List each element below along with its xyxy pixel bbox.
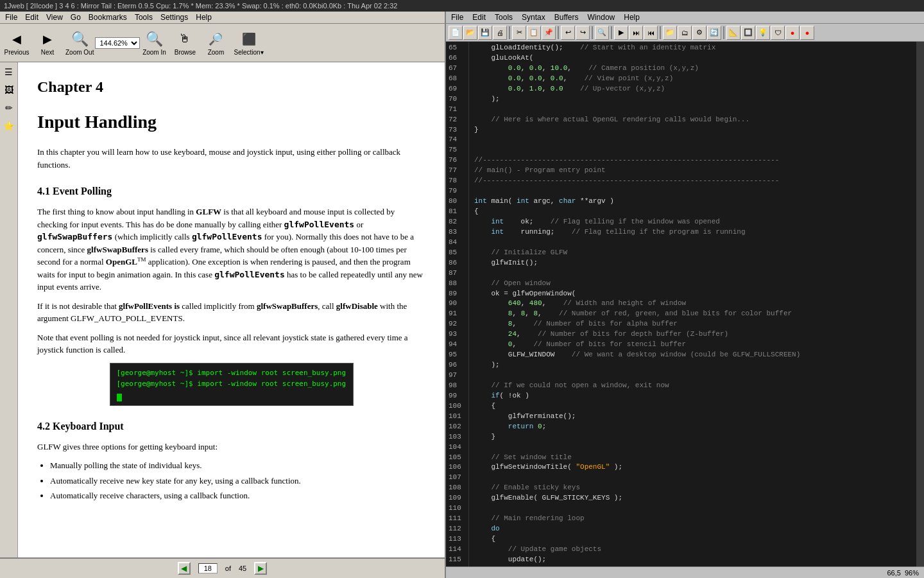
editor-menu-help[interactable]: Help bbox=[624, 13, 640, 22]
section-42-heading: 4.2 Keyboard Input bbox=[37, 419, 425, 434]
etb-redo[interactable]: ↪ bbox=[576, 26, 590, 40]
page-of-label: of bbox=[225, 565, 231, 572]
section-title: Input Handling bbox=[37, 109, 425, 136]
etb-shield[interactable]: 🛡 bbox=[771, 26, 785, 40]
menu-edit[interactable]: Edit bbox=[25, 13, 38, 22]
zoom-in-icon: 🔍 bbox=[145, 30, 163, 48]
zoom-select[interactable]: 144.62% 100% 75% bbox=[95, 37, 140, 49]
sidebar-edit-icon[interactable]: ✏ bbox=[2, 101, 16, 115]
etb-reload[interactable]: 🔄 bbox=[707, 26, 721, 40]
editor-bottom-bar: 66,5 96% bbox=[446, 566, 924, 578]
editor-menu-tools[interactable]: Tools bbox=[495, 13, 513, 22]
etb-next[interactable]: ⏭ bbox=[629, 26, 643, 40]
etb-ruler[interactable]: 📐 bbox=[726, 26, 740, 40]
sidebar-nav-icon[interactable]: ☰ bbox=[2, 65, 16, 79]
browser-sidebar: ☰ 🖼 ✏ ⭐ bbox=[0, 62, 18, 557]
etb-open[interactable]: 📂 bbox=[463, 26, 477, 40]
intro-paragraph: In this chapter you will learn how to us… bbox=[37, 146, 425, 171]
etb-sep3 bbox=[592, 26, 593, 39]
menu-view[interactable]: View bbox=[46, 13, 63, 22]
page-number-input[interactable] bbox=[198, 563, 218, 574]
sidebar-star-icon[interactable]: ⭐ bbox=[2, 119, 16, 133]
browser-toolbar: ◀ Previous ▶ Next 🔍 Zoom Out 144.62% 100… bbox=[0, 24, 445, 62]
editor-menu-buffers[interactable]: Buffers bbox=[554, 13, 579, 22]
keyboard-options-list: Manually polling the state of individual… bbox=[50, 459, 425, 502]
zoom-out-icon: 🔍 bbox=[71, 30, 89, 48]
browser-menubar: File Edit View Go Bookmarks Tools Settin… bbox=[0, 12, 445, 24]
terminal-line-1: [george@myhost ~]$ import -window root s… bbox=[117, 367, 346, 379]
etb-prev[interactable]: ⏮ bbox=[644, 26, 658, 40]
line-numbers: 65 66 67 68 69 70 71 72 73 74 75 76 77 7… bbox=[446, 42, 469, 566]
zoom-in-button[interactable]: 🔍 Zoom In bbox=[141, 30, 167, 56]
bullet-item-1: Manually polling the state of individual… bbox=[50, 459, 425, 472]
menu-bookmarks[interactable]: Bookmarks bbox=[89, 13, 127, 22]
zoom-level: 96% bbox=[905, 569, 919, 577]
zoom-out-button[interactable]: 🔍 Zoom Out bbox=[65, 30, 94, 56]
etb-save[interactable]: 💾 bbox=[478, 26, 492, 40]
etb-sep1 bbox=[509, 26, 510, 39]
zoom-control: 🔍 Zoom Out 144.62% 100% 75% 🔍 Zoom In bbox=[65, 30, 167, 56]
doc-content: Chapter 4 Input Handling In this chapter… bbox=[18, 62, 445, 557]
para-41b: If it is not desirable that glfwPollEven… bbox=[37, 300, 425, 325]
etb-print[interactable]: 🖨 bbox=[493, 26, 507, 40]
para-41a: The first thing to know about input hand… bbox=[37, 206, 425, 293]
code-area: 65 66 67 68 69 70 71 72 73 74 75 76 77 7… bbox=[446, 42, 924, 566]
zoom-button[interactable]: 🔎 Zoom bbox=[203, 30, 228, 56]
etb-dot1[interactable]: ● bbox=[785, 26, 800, 40]
browser-body: ☰ 🖼 ✏ ⭐ Chapter 4 Input Handling In this… bbox=[0, 62, 445, 557]
etb-sep6 bbox=[723, 26, 724, 39]
terminal-line-2: [george@myhost ~]$ import -window root s… bbox=[117, 378, 346, 390]
etb-sep2 bbox=[558, 26, 559, 39]
menu-tools[interactable]: Tools bbox=[135, 13, 153, 22]
menu-settings[interactable]: Settings bbox=[160, 13, 188, 22]
etb-light[interactable]: 💡 bbox=[756, 26, 770, 40]
terminal-block: [george@myhost ~]$ import -window root s… bbox=[110, 363, 354, 406]
browser-pane: File Edit View Go Bookmarks Tools Settin… bbox=[0, 12, 446, 578]
page-total-label: 45 bbox=[239, 565, 246, 572]
page-prev-button[interactable]: ◀ bbox=[178, 562, 191, 575]
browser-bottom-bar: ◀ of 45 ▶ bbox=[0, 557, 445, 578]
etb-undo[interactable]: ↩ bbox=[561, 26, 575, 40]
bullet-item-2: Automatically receive new key state for … bbox=[50, 475, 425, 487]
etb-dot2[interactable]: ● bbox=[800, 26, 814, 40]
section-41-heading: 4.1 Event Polling bbox=[37, 184, 425, 199]
previous-icon: ◀ bbox=[8, 30, 26, 48]
editor-menu-syntax[interactable]: Syntax bbox=[522, 13, 545, 22]
menu-go[interactable]: Go bbox=[71, 13, 81, 22]
etb-filemgr[interactable]: 📁 bbox=[663, 26, 677, 40]
cursor-position: 66,5 bbox=[887, 569, 900, 577]
selection-button[interactable]: ⬛ Selection▾ bbox=[234, 30, 263, 56]
next-button[interactable]: ▶ Next bbox=[35, 30, 60, 56]
etb-new[interactable]: 📄 bbox=[449, 26, 463, 40]
etb-find[interactable]: 🔍 bbox=[595, 26, 609, 40]
editor-pane: File Edit Tools Syntax Buffers Window He… bbox=[446, 12, 924, 578]
browse-icon: 🖱 bbox=[176, 30, 194, 48]
editor-menu-edit[interactable]: Edit bbox=[472, 13, 486, 22]
page-next-button[interactable]: ▶ bbox=[254, 562, 267, 575]
etb-browse2[interactable]: 🗂 bbox=[678, 26, 692, 40]
menu-help[interactable]: Help bbox=[196, 13, 212, 22]
editor-menu-window[interactable]: Window bbox=[588, 13, 615, 22]
zoom-icon: 🔎 bbox=[207, 30, 225, 48]
editor-menu-file[interactable]: File bbox=[451, 13, 463, 22]
etb-paste[interactable]: 📌 bbox=[542, 26, 556, 40]
next-icon: ▶ bbox=[38, 30, 56, 48]
para-41c: Note that event polling is not needed fo… bbox=[37, 331, 425, 356]
sidebar-image-icon[interactable]: 🖼 bbox=[2, 83, 16, 97]
editor-menubar: File Edit Tools Syntax Buffers Window He… bbox=[446, 12, 924, 24]
menu-file[interactable]: File bbox=[5, 13, 17, 22]
para-42: GLFW gives three options for getting key… bbox=[37, 441, 425, 453]
bullet-item-3: Automatically receive characters, using … bbox=[50, 489, 425, 502]
etb-run[interactable]: ▶ bbox=[614, 26, 628, 40]
editor-scrollbar[interactable] bbox=[916, 42, 924, 566]
etb-sep5 bbox=[660, 26, 661, 39]
etb-cut[interactable]: ✂ bbox=[512, 26, 526, 40]
title-bar: 1Jweb [ 2IIcode ] 3 4 6 : Mirror Tail : … bbox=[0, 0, 924, 12]
code-lines[interactable]: glLoadIdentity(); // Start with an ident… bbox=[469, 42, 916, 566]
etb-copy[interactable]: 📋 bbox=[527, 26, 541, 40]
browse-button[interactable]: 🖱 Browse bbox=[172, 30, 198, 56]
editor-toolbar: 📄 📂 💾 🖨 ✂ 📋 📌 ↩ ↪ 🔍 ▶ ⏭ ⏮ 📁 🗂 ⚙ 🔄 📐 🔲 bbox=[446, 24, 924, 42]
etb-settings[interactable]: ⚙ bbox=[692, 26, 706, 40]
etb-select[interactable]: 🔲 bbox=[741, 26, 755, 40]
previous-button[interactable]: ◀ Previous bbox=[4, 30, 30, 56]
